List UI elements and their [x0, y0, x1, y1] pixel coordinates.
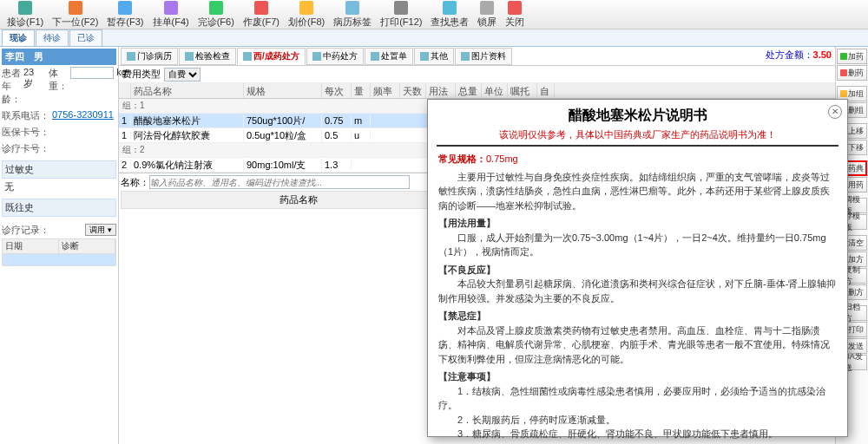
- allergy-section: 过敏史: [2, 160, 116, 179]
- fee-type-select[interactable]: 自费: [164, 68, 201, 82]
- toolbar-挂单(F4)[interactable]: 挂单(F4): [149, 0, 193, 29]
- tab-待诊[interactable]: 待诊: [36, 29, 69, 46]
- toolbar-作废(F7)[interactable]: 作废(F7): [240, 0, 283, 29]
- diag-row[interactable]: [2, 254, 116, 266]
- tel-link[interactable]: 0756-3230911: [52, 109, 114, 122]
- toolbar-锁屏[interactable]: 锁屏: [474, 0, 500, 29]
- popup-title: 醋酸地塞米松片说明书: [428, 100, 847, 128]
- toolbar-接诊(F1)[interactable]: 接诊(F1): [3, 0, 47, 29]
- subtab-中药处方[interactable]: 中药处方: [306, 48, 364, 65]
- tab-现诊[interactable]: 现诊: [2, 29, 35, 46]
- rbtn-加药[interactable]: 加药: [837, 49, 867, 64]
- toolbar-关闭[interactable]: 关闭: [502, 0, 528, 29]
- subtab-检验检查[interactable]: 检验检查: [179, 48, 236, 65]
- past-section: 既往史: [2, 199, 116, 217]
- patient-sex: 男: [34, 51, 43, 62]
- subtab-门诊病历[interactable]: 门诊病历: [121, 48, 178, 65]
- subtab-西/成药处方[interactable]: 西/成药处方: [237, 48, 306, 65]
- subtab-图片资料[interactable]: 图片资料: [455, 48, 512, 65]
- drug-manual-popup: ✕ 醋酸地塞米松片说明书 该说明仅供参考，具体以中国药典或厂家生产的药品说明书为…: [427, 99, 848, 437]
- rbtn-删药[interactable]: 删药: [837, 65, 867, 81]
- toolbar-暂存(F3)[interactable]: 暂存(F3): [103, 0, 147, 29]
- tab-已诊[interactable]: 已诊: [69, 29, 102, 46]
- drug-search-input[interactable]: [149, 175, 410, 189]
- toolbar-划价(F8)[interactable]: 划价(F8): [285, 0, 328, 29]
- subtab-处置单[interactable]: 处置单: [365, 48, 413, 65]
- toolbar-查找患者[interactable]: 查找患者: [427, 0, 472, 29]
- weight-input[interactable]: [70, 67, 114, 79]
- patient-name: 李四: [5, 51, 24, 62]
- load-record-button[interactable]: 调用 ▾: [85, 224, 116, 236]
- close-icon[interactable]: ✕: [828, 105, 842, 119]
- toolbar-下一位(F2)[interactable]: 下一位(F2): [49, 0, 102, 29]
- toolbar-完诊(F6)[interactable]: 完诊(F6): [194, 0, 238, 29]
- toolbar-打印(F12)[interactable]: 打印(F12): [377, 0, 425, 29]
- toolbar-病历标签[interactable]: 病历标签: [330, 0, 375, 29]
- subtab-其他[interactable]: 其他: [414, 48, 454, 65]
